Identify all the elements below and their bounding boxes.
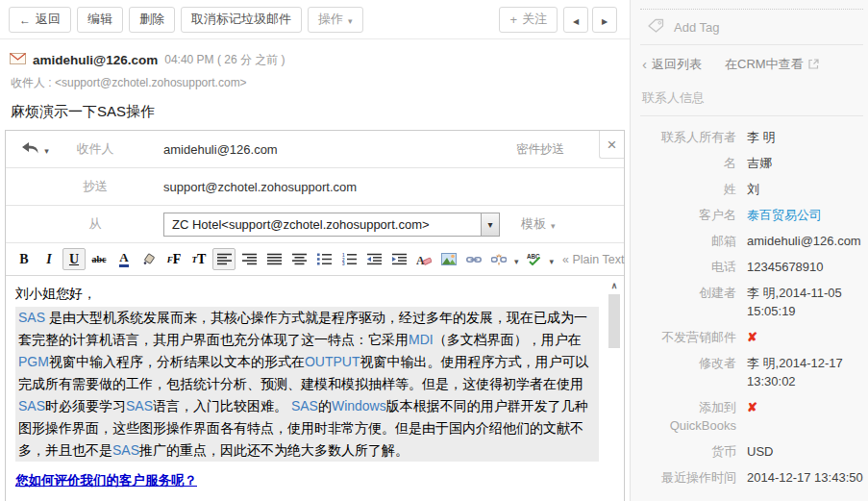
field-label: 最近操作时间 [640,468,736,487]
add-tag-button[interactable]: Add Tag [640,9,863,45]
font-size-icon[interactable]: TT [187,248,211,270]
contact-field-row: 电话 12345678910 [640,258,863,276]
spellcheck-icon[interactable]: ABC [523,248,546,270]
tag-icon [648,18,664,36]
editor-toolbar-icons: BIUabcAFFTT123AABC [12,248,557,270]
editor-scrollbar[interactable] [608,279,621,501]
template-menu[interactable]: 模板 [521,215,556,233]
from-label: 从 [65,215,125,233]
select-dropdown-icon [481,213,499,236]
actions-menu-button[interactable]: 操作 [308,7,363,33]
font-color-icon[interactable]: A [112,248,136,270]
contact-sidebar: Add Tag 返回列表 在CRM中查看 联系人信息 联系人所有者 李 明 名 … [630,0,868,501]
outdent-icon[interactable] [362,248,385,270]
sender-email: amidehuli@126.com [33,53,158,67]
plain-text-toggle[interactable]: « Plain Text [562,253,624,266]
insert-image-icon[interactable] [437,248,460,270]
contact-field-row: 修改者 李 明,2014-12-17 13:30:02 [640,354,863,390]
editor-body[interactable]: 刘小姐您好， SAS 是由大型机系统发展而来，其核心操作方式就是程序驱动，经过多… [6,276,624,501]
recipient-line: 收件人 : <support@zchotel.zohosupport.com> [11,75,620,91]
clear-format-icon[interactable]: A [412,248,435,270]
to-field[interactable]: amidehuli@126.com [163,142,278,157]
font-name-icon[interactable]: FF [162,248,186,270]
field-label: 添加到 QuickBooks [640,398,736,435]
to-row: 收件人 amidehuli@126.com 密件抄送 [6,131,624,168]
field-value: 李 明,2014-11-05 15:05:19 [747,284,863,320]
cc-field[interactable]: support@zchotel.zohosupport.com [163,180,357,194]
from-address-value: ZC Hotel<support@zchotel.zohosupport.com… [164,217,481,232]
align-center-icon[interactable] [287,248,310,270]
align-right-icon[interactable] [237,248,260,270]
field-value: 李 明 [747,128,776,146]
email-detail-panel: 返回 编辑 删除 取消标记垃圾邮件 操作 关注 [0,0,630,501]
back-button[interactable]: 返回 [9,7,71,33]
underline-icon[interactable]: U [62,248,86,270]
justify-icon[interactable] [262,248,285,270]
reply-options-caret-icon[interactable] [44,142,49,157]
scroll-up-icon[interactable] [608,279,621,292]
from-address-select[interactable]: ZC Hotel<support@zchotel.zohosupport.com… [163,213,500,237]
contact-field-row: 客户名 泰百贸易公司 [640,206,863,224]
bullet-list-icon[interactable] [312,248,335,270]
svg-text:A: A [416,253,425,266]
template-label: 模板 [521,215,546,233]
field-label: 客户名 [640,206,736,224]
insert-link-icon[interactable] [462,248,485,270]
contact-field-row: 添加到 QuickBooks ✘ [640,398,863,435]
plus-icon [509,13,517,27]
received-time: 04:40 PM ( 26 分 之前 ) [164,52,285,68]
view-in-crm-label: 在CRM中查看 [725,56,804,73]
bold-icon[interactable]: B [12,248,36,270]
follow-button[interactable]: 关注 [499,7,558,33]
reply-composer: 收件人 amidehuli@126.com 密件抄送 抄送 support@zc… [5,130,625,501]
contact-field-row: 姓 刘 [640,180,863,198]
sidebar-nav: 返回列表 在CRM中查看 [640,45,863,84]
numbered-list-icon[interactable]: 123 [337,248,360,270]
align-left-icon[interactable] [212,248,236,270]
unmark-spam-button[interactable]: 取消标记垃圾邮件 [181,7,302,33]
reply-mode-cell [6,142,65,157]
edit-button-label: 编辑 [87,11,112,28]
bcc-toggle[interactable]: 密件抄送 [516,141,564,158]
field-value: 李 明,2014-12-17 13:30:02 [747,354,863,390]
edit-button[interactable]: 编辑 [77,7,123,33]
account-link[interactable]: 泰百贸易公司 [747,206,822,224]
follow-label: 关注 [522,11,547,28]
contact-field-row: 邮箱 amidehuli@126.com [640,232,863,250]
unlink-icon[interactable] [487,248,510,270]
italic-icon[interactable]: I [37,248,61,270]
highlight-icon[interactable] [137,248,161,270]
greeting-text: 刘小姐您好， [15,283,599,305]
reply-icon[interactable] [22,142,39,157]
field-value: 刘 [747,180,759,198]
scrollbar-thumb[interactable] [608,294,620,348]
field-label: 不发营销邮件 [640,328,736,346]
next-record-button[interactable] [592,7,617,33]
contact-field-row: 不发营销邮件 ✘ [640,328,863,346]
indent-icon[interactable] [387,248,410,270]
external-link-icon [808,58,819,72]
field-value: 2014-12-17 13:43:50 [747,468,863,487]
close-composer-button[interactable] [599,131,624,159]
spellcheck-caret-icon[interactable] [550,251,555,268]
field-label: 修改者 [640,354,736,390]
previous-record-button[interactable] [563,7,588,33]
field-label: 邮箱 [640,232,736,250]
from-line: amidehuli@126.com 04:40 PM ( 26 分 之前 ) [10,52,620,68]
back-to-list-link[interactable]: 返回列表 [642,56,702,73]
unlink-caret-icon[interactable] [514,251,519,268]
field-value: 吉娜 [747,154,772,172]
field-value: 12345678910 [747,258,824,276]
contact-fields: 联系人所有者 李 明 名 吉娜 姓 刘 客户名 泰百贸易公司 邮箱 amideh… [640,116,863,487]
delete-button[interactable]: 删除 [129,7,175,33]
cc-row: 抄送 support@zchotel.zohosupport.com [6,168,624,206]
contact-field-row: 名 吉娜 [640,154,863,172]
actions-label: 操作 [318,11,343,28]
strikethrough-icon[interactable]: abc [87,248,111,270]
view-in-crm-link[interactable]: 在CRM中查看 [725,56,819,73]
field-value: USD [747,442,773,461]
top-toolbar: 返回 编辑 删除 取消标记垃圾邮件 操作 关注 [0,0,630,39]
cross-icon: ✘ [747,328,757,346]
field-value: amidehuli@126.com [747,232,861,250]
survey-link[interactable]: 您如何评价我们的客户服务呢？ [15,469,197,491]
